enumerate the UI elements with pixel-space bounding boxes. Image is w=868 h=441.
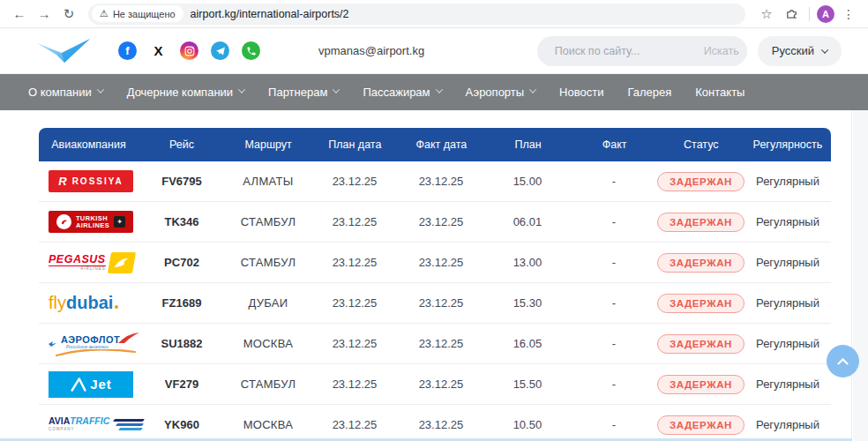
table-body: RROSSIYAFV6795АЛМАТЫ23.12.2523.12.2515.0… bbox=[39, 161, 831, 441]
status-cell: ЗАДЕРЖАН bbox=[657, 253, 745, 273]
plan-date: 23.12.25 bbox=[311, 418, 398, 431]
flight-number: FV6795 bbox=[138, 175, 225, 188]
nav-item-label: Контакты bbox=[695, 86, 745, 99]
url-text: airport.kg/international-airports/2 bbox=[191, 8, 349, 20]
plan-time: 15.30 bbox=[484, 296, 571, 310]
route: АЛМАТЫ bbox=[225, 175, 311, 188]
nav-item-3[interactable]: Партнерам bbox=[268, 86, 339, 99]
table-row: АЭРОФЛОТРоссийские авиалинииSU1882МОСКВА… bbox=[39, 324, 831, 364]
nav-item-8[interactable]: Контакты bbox=[695, 86, 745, 99]
route: СТАМБУЛ bbox=[225, 377, 311, 391]
table-row: TURKISHAIRLINES✦TK346СТАМБУЛ23.12.2523.1… bbox=[39, 202, 831, 243]
fact-date: 23.12.25 bbox=[398, 377, 484, 391]
nav-item-label: Пассажирам bbox=[363, 86, 430, 99]
nav-item-label: Новости bbox=[559, 86, 603, 99]
whatsapp-icon[interactable] bbox=[242, 41, 260, 60]
browser-menu-icon[interactable]: ⋮ bbox=[838, 4, 859, 25]
reload-icon[interactable]: ↻ bbox=[58, 4, 79, 25]
nav-item-6[interactable]: Новости bbox=[559, 86, 603, 99]
airline-cell: RROSSIYA bbox=[39, 170, 138, 192]
instagram-icon[interactable] bbox=[180, 41, 198, 60]
x-twitter-icon[interactable]: X bbox=[149, 41, 168, 60]
social-links: fX bbox=[118, 41, 260, 60]
airline-cell: Jet bbox=[39, 371, 138, 398]
status-badge: ЗАДЕРЖАН bbox=[657, 415, 745, 435]
status-cell: ЗАДЕРЖАН bbox=[657, 294, 745, 313]
flight-number: FZ1689 bbox=[138, 296, 225, 310]
regularity: Регулярный bbox=[745, 256, 831, 269]
status-cell: ЗАДЕРЖАН bbox=[657, 172, 745, 191]
table-header-row: АвиакомпанияРейсМаршрутПлан датаФакт дат… bbox=[39, 128, 831, 161]
bookmark-icon[interactable]: ☆ bbox=[756, 4, 777, 25]
plan-date: 23.12.25 bbox=[311, 296, 398, 310]
avia-traffic-logo: AVIATRAFFICCOMPANY bbox=[49, 415, 144, 434]
extensions-icon[interactable] bbox=[781, 4, 802, 25]
fact-time: - bbox=[571, 215, 657, 228]
nav-item-5[interactable]: Аэропорты bbox=[466, 86, 536, 99]
column-header: Регулярность bbox=[745, 138, 831, 151]
table-row: flydubaiFZ1689ДУБАИ23.12.2523.12.2515.30… bbox=[39, 283, 831, 324]
nav-item-label: О компании bbox=[28, 86, 92, 99]
route: ДУБАИ bbox=[225, 296, 311, 310]
profile-avatar[interactable]: A bbox=[817, 5, 834, 23]
facebook-icon[interactable]: f bbox=[118, 41, 137, 60]
plan-time: 13.00 bbox=[484, 256, 571, 269]
plan-time: 10.50 bbox=[484, 418, 571, 431]
flights-table: АвиакомпанияРейсМаршрутПлан датаФакт дат… bbox=[39, 128, 831, 441]
site-search: Искать bbox=[537, 36, 747, 66]
fact-time: - bbox=[571, 296, 657, 310]
search-button[interactable]: Искать bbox=[704, 45, 739, 57]
nav-item-7[interactable]: Галерея bbox=[627, 86, 671, 99]
page-edge-line bbox=[851, 110, 852, 441]
fact-date: 23.12.25 bbox=[398, 418, 484, 431]
page-content: АвиакомпанияРейсМаршрутПлан датаФакт дат… bbox=[0, 110, 868, 441]
language-selector[interactable]: Русский bbox=[758, 36, 842, 66]
nav-item-label: Дочерние компании bbox=[127, 86, 233, 99]
main-navigation: О компанииДочерние компанииПартнерамПасс… bbox=[0, 74, 868, 110]
fact-date: 23.12.25 bbox=[398, 215, 484, 228]
nav-item-4[interactable]: Пассажирам bbox=[363, 86, 441, 99]
fact-time: - bbox=[571, 337, 657, 350]
regularity: Регулярный bbox=[745, 296, 831, 310]
warning-icon: ⚠ bbox=[100, 8, 108, 19]
column-header: Авиакомпания bbox=[39, 138, 138, 151]
site-header: fX vpmanas@airport.kg Искать Русский bbox=[0, 28, 868, 74]
column-header: План дата bbox=[311, 138, 398, 151]
regularity: Регулярный bbox=[745, 418, 831, 431]
route: СТАМБУЛ bbox=[225, 256, 311, 269]
chevron-up-icon bbox=[837, 358, 849, 370]
status-badge: ЗАДЕРЖАН bbox=[657, 334, 745, 354]
column-header: Рейс bbox=[138, 138, 225, 151]
plan-date: 23.12.25 bbox=[311, 337, 398, 350]
route: МОСКВА bbox=[225, 418, 311, 431]
address-bar[interactable]: ⚠ Не защищено airport.kg/international-a… bbox=[88, 4, 745, 25]
fact-date: 23.12.25 bbox=[398, 256, 484, 269]
chevron-down-icon bbox=[333, 86, 340, 93]
airport-logo[interactable] bbox=[35, 36, 92, 66]
security-chip[interactable]: ⚠ Не защищено bbox=[92, 5, 183, 22]
search-input[interactable] bbox=[555, 45, 697, 57]
plan-date: 23.12.25 bbox=[311, 215, 398, 228]
nav-item-1[interactable]: О компании bbox=[28, 86, 103, 99]
fact-time: - bbox=[571, 256, 657, 269]
route: МОСКВА bbox=[225, 337, 311, 350]
regularity: Регулярный bbox=[745, 377, 831, 391]
telegram-icon[interactable] bbox=[211, 41, 229, 60]
plan-time: 06.01 bbox=[484, 215, 571, 228]
language-label: Русский bbox=[772, 44, 814, 57]
flight-number: YK960 bbox=[138, 418, 225, 431]
column-header: План bbox=[485, 138, 572, 151]
status-cell: ЗАДЕРЖАН bbox=[657, 375, 745, 394]
forward-icon[interactable]: → bbox=[34, 4, 55, 25]
chevron-down-icon bbox=[529, 86, 536, 93]
ajet-logo: Jet bbox=[49, 371, 133, 398]
regularity: Регулярный bbox=[745, 175, 831, 188]
status-badge: ЗАДЕРЖАН bbox=[657, 253, 745, 273]
column-header: Факт bbox=[572, 138, 658, 151]
scroll-to-top-button[interactable] bbox=[827, 345, 859, 377]
plan-date: 23.12.25 bbox=[311, 175, 398, 188]
back-icon[interactable]: ← bbox=[9, 4, 30, 25]
nav-item-2[interactable]: Дочерние компании bbox=[127, 86, 244, 99]
nav-item-label: Галерея bbox=[627, 86, 671, 99]
contact-email[interactable]: vpmanas@airport.kg bbox=[318, 44, 424, 57]
